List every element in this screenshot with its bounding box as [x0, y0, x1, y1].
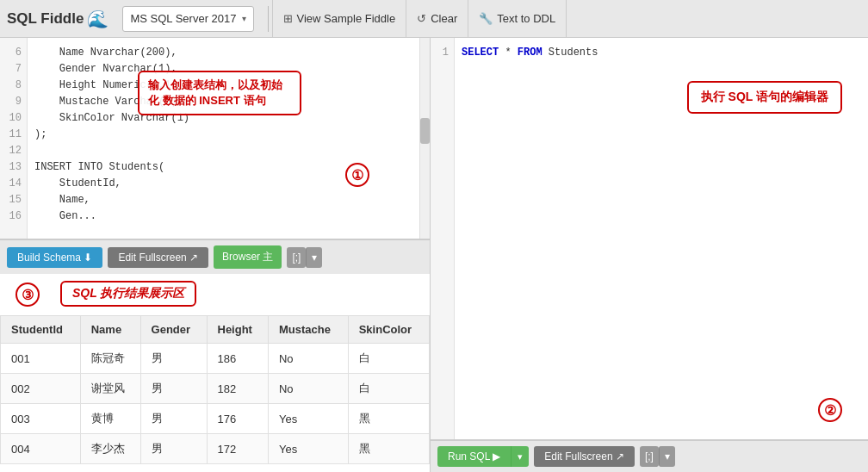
view-sample-label: View Sample Fiddle [297, 12, 396, 25]
schema-code[interactable]: Name Nvarchar(200), Gender Nvarchar(1), … [28, 38, 419, 239]
schema-editor[interactable]: 678910111213141516 Name Nvarchar(200), G… [0, 38, 430, 239]
edit-fullscreen-button-left[interactable]: Edit Fullscreen ↗ [108, 247, 208, 268]
db-selector[interactable]: MS SQL Server 2017 ▾ [122, 6, 253, 32]
results-label: SQL 执行结果展示区 [60, 281, 196, 307]
main-area: 678910111213141516 Name Nvarchar(200), G… [0, 38, 868, 472]
semicolon-group: [;] ▾ [287, 247, 322, 268]
left-editor-area: 678910111213141516 Name Nvarchar(200), G… [0, 38, 430, 239]
clear-label: Clear [431, 12, 457, 25]
table-cell: Yes [268, 434, 348, 464]
semicolon-button[interactable]: [;] [287, 247, 306, 268]
logo-icon: 🌊 [87, 9, 108, 29]
right-line-numbers: 1 [431, 38, 455, 439]
column-header: Height [207, 316, 268, 344]
view-sample-button[interactable]: ⊞ View Sample Fiddle [272, 0, 407, 38]
text-to-ddl-label: Text to DDL [497, 12, 555, 25]
run-sql-button[interactable]: Run SQL ▶ [437, 446, 511, 467]
sql-editor[interactable]: 1 SELECT * FROM Students 执行 SQL 语句的编辑器 ② [431, 38, 868, 440]
column-header: Gender [140, 316, 207, 344]
sql-from-kw: FROM [518, 47, 542, 59]
chevron-down-icon: ▾ [242, 14, 246, 23]
table-cell: 男 [140, 344, 207, 374]
sql-select-kw: SELECT [462, 47, 499, 59]
table-cell: 002 [1, 374, 81, 404]
table-cell: 男 [140, 434, 207, 464]
results-area: SQL 执行结果展示区 ③ StudentIdNameGenderHeightM… [0, 274, 430, 472]
logo: SQL Fiddle 🌊 [7, 9, 119, 29]
clear-button[interactable]: ↺ Clear [406, 0, 468, 38]
results-table-wrap: StudentIdNameGenderHeightMustacheSkinCol… [0, 315, 430, 464]
semicolon-chevron[interactable]: ▾ [306, 247, 322, 268]
build-schema-label: Build Schema ⬇ [17, 252, 92, 264]
logo-text: SQL Fiddle [7, 10, 84, 28]
run-sql-label: Run SQL ▶ [448, 450, 500, 463]
browser-button[interactable]: Browser 主 [214, 245, 282, 269]
table-cell: 001 [1, 344, 81, 374]
table-cell: 172 [207, 434, 268, 464]
browser-label: Browser 主 [222, 250, 273, 264]
run-chevron-icon: ▾ [518, 451, 523, 462]
column-header: Name [80, 316, 140, 344]
table-cell: No [268, 344, 348, 374]
edit-fullscreen-label-right: Edit Fullscreen ↗ [544, 450, 624, 463]
table-cell: 黑 [348, 434, 429, 464]
table-row: 004李少杰男172Yes黑 [1, 434, 430, 464]
wrench-icon: 🔧 [479, 12, 493, 25]
semicolon-button-right[interactable]: [;] [640, 446, 659, 467]
toolbar: SQL Fiddle 🌊 MS SQL Server 2017 ▾ ⊞ View… [0, 0, 868, 38]
edit-fullscreen-label-left: Edit Fullscreen ↗ [118, 252, 198, 264]
table-cell: Yes [268, 404, 348, 434]
line-num-1: 1 [436, 45, 449, 61]
left-panel: 678910111213141516 Name Nvarchar(200), G… [0, 38, 431, 472]
table-cell: 男 [140, 404, 207, 434]
table-cell: 白 [348, 374, 429, 404]
table-cell: 176 [207, 404, 268, 434]
toolbar-divider [268, 6, 269, 32]
chevron-down-icon-right: ▾ [665, 450, 670, 463]
build-schema-button[interactable]: Build Schema ⬇ [7, 247, 102, 268]
run-sql-dropdown[interactable]: ▾ [511, 446, 529, 467]
column-header: SkinColor [348, 316, 429, 344]
refresh-icon: ↺ [417, 12, 426, 25]
table-cell: 白 [348, 344, 429, 374]
results-table: StudentIdNameGenderHeightMustacheSkinCol… [0, 315, 430, 464]
table-cell: 谢堂风 [80, 374, 140, 404]
line-numbers: 678910111213141516 [0, 38, 28, 239]
table-cell: 186 [207, 344, 268, 374]
edit-fullscreen-button-right[interactable]: Edit Fullscreen ↗ [534, 446, 635, 467]
table-cell: 003 [1, 404, 81, 434]
circle-3: ③ [16, 283, 40, 307]
right-panel: 1 SELECT * FROM Students 执行 SQL 语句的编辑器 ②… [431, 38, 868, 472]
semicolon-label: [;] [292, 252, 301, 264]
db-selector-label: MS SQL Server 2017 [130, 12, 236, 25]
table-cell: 陈冠奇 [80, 344, 140, 374]
semicolon-group-right: [;] ▾ [640, 446, 675, 467]
table-row: 001陈冠奇男186No白 [1, 344, 430, 374]
left-buttons: Build Schema ⬇ Edit Fullscreen ↗ Browser… [0, 239, 430, 274]
table-cell: 黄博 [80, 404, 140, 434]
table-cell: 黑 [348, 404, 429, 434]
table-cell: 004 [1, 434, 81, 464]
table-cell: 李少杰 [80, 434, 140, 464]
table-cell: 男 [140, 374, 207, 404]
table-cell: 182 [207, 374, 268, 404]
column-header: Mustache [268, 316, 348, 344]
column-header: StudentId [1, 316, 81, 344]
scrollbar[interactable] [419, 38, 430, 239]
table-row: 002谢堂风男182No白 [1, 374, 430, 404]
chevron-down-icon-semi: ▾ [312, 252, 317, 264]
sql-star: * [505, 47, 517, 59]
grid-icon: ⊞ [283, 12, 293, 25]
run-sql-group: Run SQL ▶ ▾ [437, 446, 529, 467]
right-buttons: Run SQL ▶ ▾ Edit Fullscreen ↗ [;] ▾ [431, 440, 868, 472]
sql-table: Students [549, 47, 598, 59]
semicolon-chevron-right[interactable]: ▾ [659, 446, 675, 467]
table-row: 003黄博男176Yes黑 [1, 404, 430, 434]
text-to-ddl-button[interactable]: 🔧 Text to DDL [468, 0, 567, 38]
sql-code-content[interactable]: SELECT * FROM Students [455, 38, 868, 439]
table-cell: No [268, 374, 348, 404]
semicolon-label-right: [;] [645, 450, 654, 463]
